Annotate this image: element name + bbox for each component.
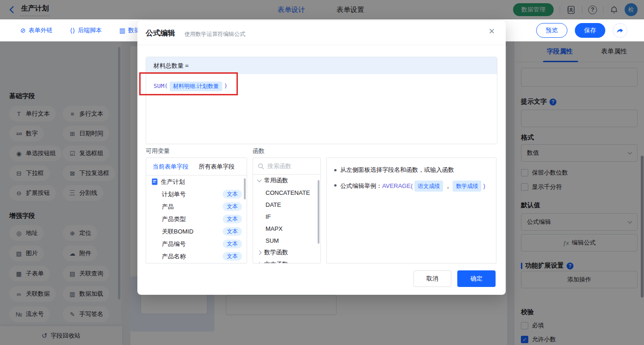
variable-name: 产品名称 (162, 252, 186, 261)
example-function: AVERAGE( (382, 182, 413, 189)
variable-row[interactable]: 产品名称文本 (146, 250, 247, 263)
tree-root-node[interactable]: 生产计划 (146, 175, 247, 188)
search-icon (258, 163, 264, 170)
type-tag: 文本 (223, 240, 242, 248)
save-button[interactable]: 保存 (575, 23, 605, 38)
script-icon: ⟨⟩ (70, 27, 75, 34)
variable-name: 产品 (162, 203, 174, 211)
confirm-button[interactable]: 确定 (457, 270, 496, 287)
chevron-right-icon (257, 250, 262, 255)
example-chip: 语文成绩 (414, 181, 443, 192)
toolbar-item-label: 后端脚本 (78, 26, 102, 35)
tip-line-2: 公式编辑举例：AVERAGE(语文成绩，数学成绩) (334, 181, 489, 192)
tip-prefix: 公式编辑举例： (340, 182, 382, 189)
function-name: IF (266, 213, 271, 220)
link-icon: ⊘ (20, 27, 26, 34)
function-item[interactable]: DATE (253, 199, 320, 211)
variable-name: 计划单号 (162, 190, 186, 199)
data-permission-icon: ▥ (119, 27, 125, 34)
close-icon[interactable]: × (489, 26, 495, 36)
variables-label: 可用变量 (146, 147, 170, 155)
formula-target: 材料总数量 = (146, 57, 497, 74)
toolbar-item-label: 表单外链 (29, 26, 53, 35)
function-item[interactable]: SUM (253, 234, 320, 246)
variables-panel: 当前表单字段 所有表单字段 生产计划 计划单号文本 产品文本 产品类型文本 关联… (146, 158, 247, 263)
variable-row[interactable]: 产品类型文本 (146, 213, 247, 225)
functions-scrollbar[interactable] (318, 180, 319, 244)
tab-all-form-fields[interactable]: 所有表单字段 (199, 163, 235, 171)
type-tag: 文本 (223, 190, 242, 199)
function-search-input[interactable] (267, 163, 313, 170)
tip-text: 从左侧面板选择字段名和函数，或输入函数 (340, 165, 454, 175)
formula-editor-area[interactable]: 材料总数量 = SUM(材料明细.计划数量) (146, 57, 497, 144)
function-group-text[interactable]: 文本函数 (253, 258, 320, 263)
tips-panel: 从左侧面板选择字段名和函数，或输入函数 公式编辑举例：AVERAGE(语文成绩，… (326, 158, 496, 263)
function-group-common[interactable]: 常用函数 (253, 175, 320, 187)
share-button[interactable] (613, 23, 627, 38)
type-tag: 文本 (223, 227, 242, 236)
function-name: DATE (266, 201, 281, 208)
function-search[interactable] (253, 158, 320, 175)
tree-root-label: 生产计划 (161, 178, 185, 186)
app-window: 生产计划 表单设计 表单设置 数据管理 ? 检 ⊘ 表单外链 ⟨⟩ 后端脚本 (0, 0, 644, 345)
variable-row[interactable]: 文本 (146, 263, 247, 263)
variable-row[interactable]: 产品编号文本 (146, 238, 247, 250)
function-item[interactable]: IF (253, 211, 320, 222)
type-tag: 文本 (223, 202, 242, 211)
tip-text: 公式编辑举例：AVERAGE(语文成绩，数学成绩) (340, 181, 485, 192)
annotation-highlight-box (139, 72, 238, 95)
function-name: SUM (266, 237, 279, 244)
variables-scrollbar[interactable] (244, 178, 246, 199)
document-icon (152, 178, 158, 185)
function-item[interactable]: CONCATENATE (253, 187, 320, 199)
chevron-down-icon (257, 178, 262, 182)
bullet-icon (334, 169, 337, 171)
tab-current-form-fields[interactable]: 当前表单字段 (153, 163, 189, 171)
functions-panel: 常用函数 CONCATENATE DATE IF MAPX SUM 数学函数 文… (253, 158, 321, 263)
group-label: 常用函数 (264, 176, 288, 185)
preview-button[interactable]: 预览 (536, 23, 567, 38)
modal-title: 公式编辑 (146, 29, 175, 38)
variables-tabs: 当前表单字段 所有表单字段 (146, 158, 247, 175)
type-tag: 文本 (223, 252, 242, 261)
group-label: 文本函数 (264, 260, 288, 263)
function-name: MAPX (266, 225, 283, 232)
divider (137, 45, 506, 45)
modal-subtitle: 使用数学运算符编辑公式 (184, 30, 245, 38)
type-tag: 文本 (223, 215, 242, 223)
chevron-right-icon (257, 262, 262, 263)
tip-line-1: 从左侧面板选择字段名和函数，或输入函数 (334, 165, 489, 175)
toolbar-item-external-link[interactable]: ⊘ 表单外链 (20, 26, 53, 35)
functions-label: 函数 (253, 147, 265, 155)
cancel-button[interactable]: 取消 (414, 270, 451, 287)
example-close-paren: ) (483, 182, 485, 189)
comma: ， (445, 182, 451, 189)
function-item[interactable]: MAPX (253, 222, 320, 234)
variable-row[interactable]: 产品文本 (146, 200, 247, 213)
bullet-icon (334, 184, 337, 187)
variable-row[interactable]: 计划单号文本 (146, 188, 247, 200)
formula-editor-modal: 公式编辑 使用数学运算符编辑公式 × 材料总数量 = SUM(材料明细.计划数量… (137, 21, 506, 295)
function-group-math[interactable]: 数学函数 (253, 246, 320, 258)
variable-row[interactable]: 关联BOMID文本 (146, 225, 247, 238)
variable-name: 产品类型 (162, 215, 186, 223)
toolbar-item-backend-script[interactable]: ⟨⟩ 后端脚本 (70, 26, 102, 35)
variable-name: 产品编号 (162, 240, 186, 248)
function-name: CONCATENATE (266, 189, 310, 196)
example-chip: 数学成绩 (453, 181, 481, 192)
group-label: 数学函数 (264, 248, 288, 257)
variable-name: 关联BOMID (162, 228, 194, 236)
toolbar-right-cluster: 预览 保存 (536, 23, 627, 38)
